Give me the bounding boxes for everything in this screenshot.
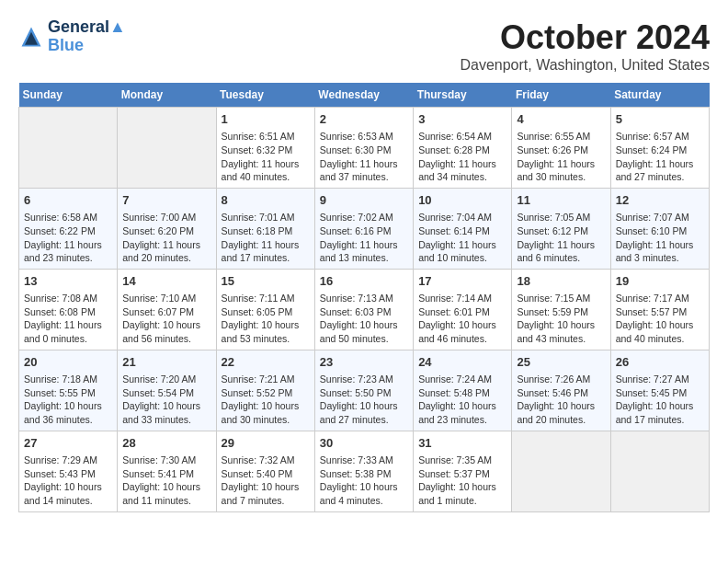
calendar-header-row: SundayMondayTuesdayWednesdayThursdayFrid… (19, 83, 710, 108)
daylight-text: Daylight: 10 hours and 20 minutes. (517, 399, 605, 426)
sunrise-text: Sunrise: 7:21 AM (222, 373, 310, 386)
sunset-text: Sunset: 6:01 PM (418, 305, 506, 319)
calendar-cell: 30Sunrise: 7:33 AMSunset: 5:38 PMDayligh… (314, 431, 413, 511)
sunset-text: Sunset: 5:54 PM (122, 386, 210, 400)
page-header: General▲ Blue October 2024 Davenport, Wa… (18, 18, 710, 74)
day-number: 27 (24, 435, 112, 452)
sunrise-text: Sunrise: 7:01 AM (222, 211, 310, 224)
day-number: 29 (222, 435, 310, 452)
daylight-text: Daylight: 11 hours and 27 minutes. (616, 157, 704, 184)
calendar-cell: 25Sunrise: 7:26 AMSunset: 5:46 PMDayligh… (512, 350, 610, 431)
sunrise-text: Sunrise: 7:08 AM (24, 292, 112, 305)
sunset-text: Sunset: 6:24 PM (616, 144, 704, 157)
day-number: 4 (517, 111, 605, 128)
day-number: 6 (24, 192, 112, 209)
calendar-cell: 13Sunrise: 7:08 AMSunset: 6:08 PMDayligh… (19, 269, 118, 350)
sunset-text: Sunset: 6:16 PM (320, 224, 408, 238)
sunset-text: Sunset: 5:40 PM (222, 467, 310, 481)
sunrise-text: Sunrise: 7:17 AM (616, 292, 704, 305)
logo: General▲ Blue (18, 18, 126, 55)
day-number: 20 (24, 354, 112, 371)
day-number: 23 (320, 354, 408, 371)
calendar-cell: 7Sunrise: 7:00 AMSunset: 6:20 PMDaylight… (118, 188, 216, 269)
sunrise-text: Sunrise: 7:13 AM (320, 292, 408, 305)
col-header-wednesday: Wednesday (314, 83, 413, 108)
sunset-text: Sunset: 5:55 PM (24, 386, 112, 400)
daylight-text: Daylight: 11 hours and 0 minutes. (24, 318, 112, 345)
day-number: 25 (517, 354, 605, 371)
calendar-cell: 5Sunrise: 6:57 AMSunset: 6:24 PMDaylight… (610, 108, 709, 189)
calendar-cell (610, 431, 709, 511)
calendar-cell: 28Sunrise: 7:30 AMSunset: 5:41 PMDayligh… (118, 431, 216, 511)
daylight-text: Daylight: 11 hours and 10 minutes. (418, 238, 506, 265)
sunrise-text: Sunrise: 7:11 AM (222, 292, 310, 305)
sunset-text: Sunset: 6:20 PM (122, 224, 210, 238)
col-header-saturday: Saturday (610, 83, 709, 108)
daylight-text: Daylight: 11 hours and 6 minutes. (517, 238, 605, 265)
daylight-text: Daylight: 11 hours and 17 minutes. (222, 238, 310, 265)
day-number: 9 (320, 192, 408, 209)
sunset-text: Sunset: 6:32 PM (222, 144, 310, 157)
calendar-cell: 1Sunrise: 6:51 AMSunset: 6:32 PMDaylight… (216, 108, 314, 189)
sunset-text: Sunset: 6:30 PM (320, 144, 408, 157)
location: Davenport, Washington, United States (460, 57, 710, 74)
sunset-text: Sunset: 5:59 PM (517, 305, 605, 319)
col-header-sunday: Sunday (19, 83, 118, 108)
calendar-cell: 2Sunrise: 6:53 AMSunset: 6:30 PMDaylight… (314, 108, 413, 189)
day-number: 10 (418, 192, 506, 209)
sunrise-text: Sunrise: 7:14 AM (418, 292, 506, 305)
col-header-monday: Monday (118, 83, 216, 108)
sunrise-text: Sunrise: 7:24 AM (418, 373, 506, 386)
sunset-text: Sunset: 6:22 PM (24, 224, 112, 238)
sunrise-text: Sunrise: 7:05 AM (517, 211, 605, 224)
sunrise-text: Sunrise: 6:58 AM (24, 211, 112, 224)
sunrise-text: Sunrise: 7:02 AM (320, 211, 408, 224)
day-number: 26 (616, 354, 704, 371)
day-number: 31 (418, 435, 506, 452)
sunset-text: Sunset: 5:37 PM (418, 467, 506, 481)
calendar-cell: 15Sunrise: 7:11 AMSunset: 6:05 PMDayligh… (216, 269, 314, 350)
day-number: 18 (517, 273, 605, 290)
calendar-cell: 14Sunrise: 7:10 AMSunset: 6:07 PMDayligh… (118, 269, 216, 350)
sunset-text: Sunset: 5:45 PM (616, 386, 704, 400)
calendar-cell: 6Sunrise: 6:58 AMSunset: 6:22 PMDaylight… (19, 188, 118, 269)
daylight-text: Daylight: 11 hours and 3 minutes. (616, 238, 704, 265)
sunset-text: Sunset: 6:03 PM (320, 305, 408, 319)
daylight-text: Daylight: 10 hours and 14 minutes. (24, 480, 112, 507)
sunrise-text: Sunrise: 7:26 AM (517, 373, 605, 386)
sunset-text: Sunset: 6:26 PM (517, 144, 605, 157)
day-number: 16 (320, 273, 408, 290)
sunrise-text: Sunrise: 7:33 AM (320, 454, 408, 467)
calendar-cell (19, 108, 118, 189)
calendar-week-4: 20Sunrise: 7:18 AMSunset: 5:55 PMDayligh… (19, 350, 710, 431)
daylight-text: Daylight: 10 hours and 11 minutes. (122, 480, 210, 507)
day-number: 5 (616, 111, 704, 128)
sunrise-text: Sunrise: 7:00 AM (122, 211, 210, 224)
daylight-text: Daylight: 10 hours and 40 minutes. (616, 318, 704, 345)
daylight-text: Daylight: 10 hours and 46 minutes. (418, 318, 506, 345)
calendar-cell: 8Sunrise: 7:01 AMSunset: 6:18 PMDaylight… (216, 188, 314, 269)
calendar-cell: 16Sunrise: 7:13 AMSunset: 6:03 PMDayligh… (314, 269, 413, 350)
col-header-tuesday: Tuesday (216, 83, 314, 108)
day-number: 7 (122, 192, 210, 209)
day-number: 8 (222, 192, 310, 209)
sunrise-text: Sunrise: 6:55 AM (517, 130, 605, 144)
day-number: 13 (24, 273, 112, 290)
col-header-friday: Friday (512, 83, 610, 108)
day-number: 19 (616, 273, 704, 290)
daylight-text: Daylight: 11 hours and 37 minutes. (320, 157, 408, 184)
sunrise-text: Sunrise: 7:20 AM (122, 373, 210, 386)
daylight-text: Daylight: 11 hours and 34 minutes. (418, 157, 506, 184)
title-block: October 2024 Davenport, Washington, Unit… (460, 18, 710, 74)
sunrise-text: Sunrise: 7:18 AM (24, 373, 112, 386)
day-number: 30 (320, 435, 408, 452)
daylight-text: Daylight: 10 hours and 33 minutes. (122, 399, 210, 426)
daylight-text: Daylight: 10 hours and 27 minutes. (320, 399, 408, 426)
day-number: 24 (418, 354, 506, 371)
daylight-text: Daylight: 10 hours and 56 minutes. (122, 318, 210, 345)
sunrise-text: Sunrise: 7:04 AM (418, 211, 506, 224)
daylight-text: Daylight: 10 hours and 4 minutes. (320, 480, 408, 507)
sunrise-text: Sunrise: 6:57 AM (616, 130, 704, 144)
calendar-cell: 11Sunrise: 7:05 AMSunset: 6:12 PMDayligh… (512, 188, 610, 269)
daylight-text: Daylight: 10 hours and 23 minutes. (418, 399, 506, 426)
